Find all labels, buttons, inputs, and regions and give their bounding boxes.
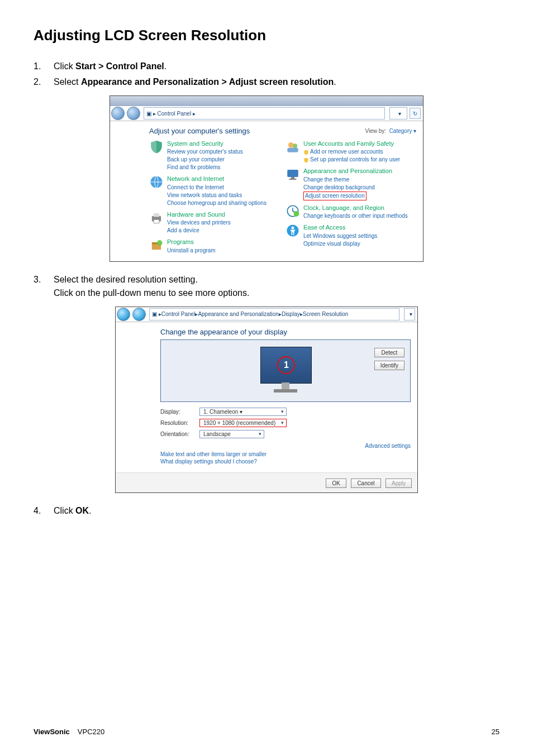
address-bar[interactable]: ▣ ▸ Control Panel ▸ [144,107,385,119]
shield-icon [149,140,164,154]
category-heading[interactable]: Ease of Access [303,223,377,232]
display-help-link[interactable]: What display settings should I choose? [160,458,411,465]
category-sublink[interactable]: Back up your computer [167,156,243,164]
cp-heading: Adjust your computer's settings [149,127,250,135]
category-sublink[interactable]: Add a device [167,227,231,235]
category-sublink[interactable]: Change desktop background [303,184,392,192]
nav-back-button[interactable] [111,107,125,120]
svg-rect-12 [289,179,297,180]
category-heading[interactable]: Hardware and Sound [167,210,231,219]
category-sublink[interactable]: Let Windows suggest settings [303,232,377,240]
category-sublink[interactable]: Set up parental controls for any user [303,156,400,164]
svg-point-8 [293,143,297,148]
category-sublink[interactable]: Connect to the Internet [167,184,266,192]
category-heading[interactable]: System and Security [167,140,243,148]
step-number: 3. [34,273,54,286]
svg-rect-10 [287,170,298,177]
category-heading[interactable]: Programs [167,238,216,246]
orientation-select[interactable]: Landscape [199,430,264,438]
view-by: View by: Category ▾ [365,128,416,134]
step-number: 4. [34,504,54,518]
category-sublink[interactable]: Choose homegroup and sharing options [167,199,266,207]
category-heading[interactable]: User Accounts and Family Safety [303,140,400,148]
svg-point-6 [157,240,163,246]
search-dropdown[interactable]: ▾ [404,308,415,320]
category-heading[interactable]: Network and Internet [167,175,266,183]
step-number: 1. [34,60,54,73]
resolution-label: Resolution: [160,420,199,426]
step-number: 2. [34,75,54,89]
apply-button[interactable]: Apply [386,479,412,488]
resolution-select[interactable]: 1920 × 1080 (recommended) [199,419,287,427]
nav-forward-button[interactable] [127,107,140,120]
category-sublink[interactable]: Optimize visual display [303,240,377,248]
cancel-button[interactable]: Cancel [351,479,380,488]
breadcrumb-item[interactable]: Screen Resolution [303,311,349,317]
svg-rect-3 [154,219,159,223]
breadcrumb-item[interactable]: Display [282,311,300,317]
clock-icon [285,204,300,218]
step-3-text: Select the desired resolution setting.Cl… [54,273,499,300]
category-sublink[interactable]: Review your computer's status [167,148,243,156]
category-sublink[interactable]: Uninstall a program [167,247,216,255]
screenshot-control-panel: ▣ ▸ Control Panel ▸ ▾ ↻ Adjust your comp… [110,95,423,262]
desktop-icon [285,167,300,181]
sr-heading: Change the appearance of your display [160,328,411,336]
page-title: Adjusting LCD Screen Resolution [34,27,499,44]
screenshot-screen-resolution: ▣ ▸ Control Panel ▸ Appearance and Perso… [115,307,418,493]
step-1-text: Click Start > Control Panel. [54,60,499,73]
breadcrumb-control-panel[interactable]: Control Panel [158,111,192,117]
svg-point-7 [288,142,294,148]
page-number: 25 [492,728,499,736]
svg-rect-9 [287,148,298,152]
svg-point-16 [292,227,294,229]
orientation-label: Orientation: [160,431,199,437]
detect-button[interactable]: Detect [374,348,404,357]
monitor-number: 1 [277,356,295,374]
users-icon [285,140,300,154]
ok-button[interactable]: OK [326,479,346,488]
breadcrumb-item[interactable]: Appearance and Personalization [198,311,279,317]
step-2-text: Select Appearance and Personalization > … [54,75,499,89]
category-sublink[interactable]: View network status and tasks [167,192,266,199]
category-sublink[interactable]: Find and fix problems [167,164,243,171]
category-heading[interactable]: Clock, Language, and Region [303,204,408,212]
nav-back-button[interactable] [117,308,130,321]
search-dropdown[interactable]: ▾ [389,107,407,119]
category-sublink[interactable]: Adjust screen resolution [303,192,392,200]
globe-icon [149,175,164,189]
box-icon [149,238,164,252]
footer-left: ViewSonicVPC220 [34,728,104,736]
display-preview: 1 Detect Identify [160,339,411,402]
category-sublink[interactable]: Add or remove user accounts [303,148,400,156]
ease-icon [285,223,300,238]
view-by-dropdown[interactable]: Category ▾ [389,128,416,134]
category-sublink[interactable]: Change the theme [303,176,392,184]
text-size-link[interactable]: Make text and other items larger or smal… [160,451,411,457]
category-sublink[interactable]: Change keyboards or other input methods [303,212,408,220]
advanced-settings-link[interactable]: Advanced settings [365,443,411,449]
display-select[interactable]: 1. Chameleon ▾ [199,408,287,416]
refresh-icon[interactable]: ↻ [410,108,421,119]
category-sublink[interactable]: View devices and printers [167,219,231,227]
step-4-text: Click OK. [54,504,499,518]
monitor-icon: 1 [260,347,312,384]
breadcrumb-icon: ▣ [146,111,151,117]
address-bar[interactable]: ▣ ▸ Control Panel ▸ Appearance and Perso… [149,308,399,320]
breadcrumb-item[interactable]: Control Panel [161,311,196,317]
display-label: Display: [160,409,199,415]
category-heading[interactable]: Appearance and Personalization [303,167,392,175]
svg-point-14 [294,211,299,217]
svg-rect-2 [154,213,159,217]
identify-button[interactable]: Identify [374,361,404,370]
printer-icon [149,210,164,225]
svg-rect-11 [291,177,295,179]
nav-forward-button[interactable] [132,308,146,321]
